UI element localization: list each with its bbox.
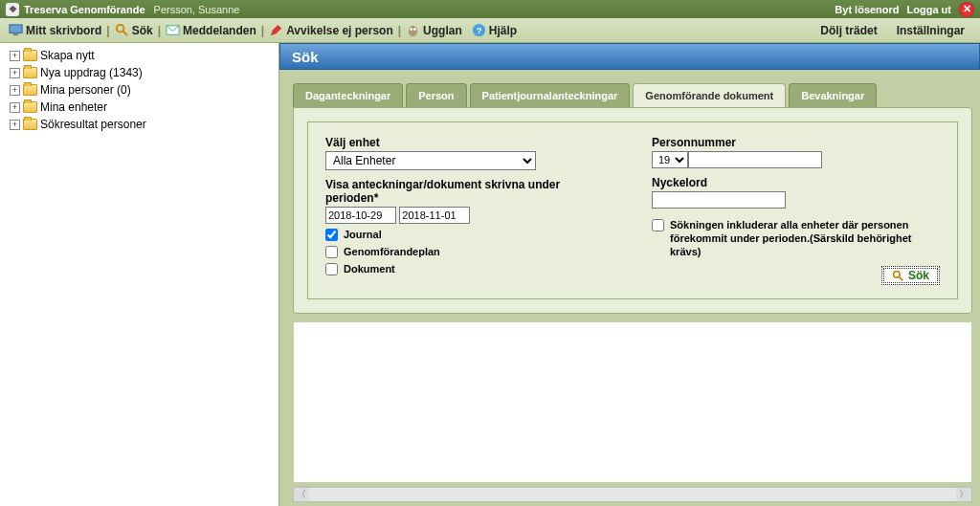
toolbar-search-label: Sök bbox=[132, 24, 153, 37]
toolbar-deviation[interactable]: Avvikelse ej person bbox=[266, 23, 396, 37]
folder-icon bbox=[23, 50, 37, 61]
search-button[interactable]: Sök bbox=[881, 266, 940, 285]
search-icon bbox=[892, 270, 904, 282]
content-area: Sök Daganteckningar Person Patientjourna… bbox=[279, 43, 980, 506]
expand-icon[interactable]: + bbox=[10, 51, 20, 61]
svg-point-5 bbox=[409, 26, 417, 36]
expand-icon[interactable]: + bbox=[10, 68, 20, 78]
tree-item-my-units[interactable]: + Mina enheter bbox=[2, 99, 277, 116]
folder-icon bbox=[23, 67, 37, 78]
expand-icon[interactable]: + bbox=[10, 102, 20, 113]
settings-button[interactable]: Inställningar bbox=[887, 24, 974, 37]
tree-item-create[interactable]: + Skapa nytt bbox=[2, 47, 277, 64]
search-button-label: Sök bbox=[908, 269, 929, 282]
plan-label: Genomförandeplan bbox=[344, 245, 440, 258]
nav-tree: + Skapa nytt + Nya uppdrag (1343) + Mina… bbox=[0, 43, 279, 506]
tree-item-label: Nya uppdrag (1343) bbox=[40, 66, 143, 79]
period-label: Visa anteckningar/dokument skrivna under… bbox=[325, 178, 613, 205]
hide-tree-button[interactable]: Dölj trädet bbox=[811, 24, 886, 37]
close-icon[interactable]: ✕ bbox=[959, 2, 974, 17]
svg-text:?: ? bbox=[476, 26, 481, 35]
tab-bevakningar[interactable]: Bevakningar bbox=[789, 83, 877, 107]
folder-icon bbox=[23, 101, 37, 113]
tree-item-my-persons[interactable]: + Mina personer (0) bbox=[2, 81, 277, 99]
personnummer-input[interactable] bbox=[688, 151, 822, 168]
expand-icon[interactable]: + bbox=[10, 85, 20, 96]
keyword-label: Nyckelord bbox=[652, 176, 940, 189]
svg-line-11 bbox=[899, 276, 902, 280]
tab-genomforande-dokument[interactable]: Genomförande dokument bbox=[633, 83, 786, 107]
personnummer-label: Personnummer bbox=[652, 136, 940, 149]
app-name: Treserva Genomförande bbox=[24, 4, 145, 15]
svg-rect-1 bbox=[13, 33, 19, 35]
search-icon bbox=[115, 23, 129, 37]
svg-point-7 bbox=[413, 28, 416, 31]
plan-checkbox[interactable] bbox=[325, 246, 338, 258]
scroll-right-icon[interactable]: 〉 bbox=[956, 488, 971, 501]
folder-icon bbox=[23, 119, 37, 130]
tab-body: Välj enhet Alla Enheter Visa anteckninga… bbox=[293, 107, 972, 314]
separator: | bbox=[396, 24, 403, 37]
toolbar-desktop[interactable]: Mitt skrivbord bbox=[6, 23, 104, 37]
unit-select[interactable]: Alla Enheter bbox=[325, 151, 536, 170]
toolbar-help[interactable]: ? Hjälp bbox=[469, 23, 520, 37]
unit-label: Välj enhet bbox=[325, 136, 613, 149]
svg-point-2 bbox=[117, 25, 124, 33]
change-password-link[interactable]: Byt lösenord bbox=[835, 4, 899, 15]
scroll-track[interactable] bbox=[309, 488, 956, 501]
toolbar: Mitt skrivbord | Sök | Meddelanden | Avv… bbox=[0, 18, 980, 43]
toolbar-messages-label: Meddelanden bbox=[183, 24, 256, 37]
panel-title: Sök bbox=[279, 43, 980, 70]
svg-point-10 bbox=[894, 271, 901, 277]
mail-icon bbox=[166, 23, 180, 37]
svg-rect-0 bbox=[10, 25, 22, 33]
expand-icon[interactable]: + bbox=[10, 120, 20, 130]
tab-patientjournal[interactable]: Patientjournalanteckningar bbox=[470, 83, 631, 107]
titlebar: ❖ Treserva Genomförande Persson, Susanne… bbox=[0, 0, 980, 18]
tree-item-label: Mina enheter bbox=[40, 100, 107, 114]
separator: | bbox=[104, 24, 111, 37]
toolbar-owl-label: Ugglan bbox=[423, 24, 462, 37]
search-form: Välj enhet Alla Enheter Visa anteckninga… bbox=[307, 121, 958, 299]
app-icon: ❖ bbox=[6, 3, 19, 16]
separator: | bbox=[259, 24, 266, 37]
include-all-units-label: Sökningen inkluderar alla enheter där pe… bbox=[670, 218, 940, 258]
pencil-icon bbox=[269, 23, 283, 37]
help-icon: ? bbox=[472, 23, 486, 37]
logout-link[interactable]: Logga ut bbox=[907, 4, 951, 15]
tree-item-label: Mina personer (0) bbox=[40, 83, 131, 97]
personnummer-prefix-select[interactable]: 19 bbox=[652, 151, 688, 168]
date-from-input[interactable] bbox=[325, 207, 396, 224]
tab-daganteckningar[interactable]: Daganteckningar bbox=[293, 83, 403, 107]
toolbar-help-label: Hjälp bbox=[489, 24, 517, 37]
document-checkbox[interactable] bbox=[325, 263, 338, 275]
journal-label: Journal bbox=[344, 228, 382, 241]
include-all-units-checkbox[interactable] bbox=[652, 219, 664, 231]
document-label: Dokument bbox=[344, 262, 395, 275]
toolbar-deviation-label: Avvikelse ej person bbox=[286, 24, 393, 37]
keyword-input[interactable] bbox=[652, 191, 786, 209]
svg-point-6 bbox=[410, 28, 412, 31]
toolbar-desktop-label: Mitt skrivbord bbox=[26, 24, 101, 37]
tree-item-new-assignments[interactable]: + Nya uppdrag (1343) bbox=[2, 64, 277, 81]
journal-checkbox[interactable] bbox=[325, 229, 338, 241]
folder-icon bbox=[23, 84, 37, 96]
current-user: Persson, Susanne bbox=[154, 4, 240, 15]
toolbar-search[interactable]: Sök bbox=[112, 23, 156, 37]
toolbar-messages[interactable]: Meddelanden bbox=[163, 23, 259, 37]
svg-line-3 bbox=[122, 31, 127, 35]
scroll-left-icon[interactable]: 〈 bbox=[294, 488, 309, 501]
horizontal-scrollbar[interactable]: 〈 〉 bbox=[293, 487, 972, 502]
tabs: Daganteckningar Person Patientjournalant… bbox=[293, 83, 972, 107]
tree-item-label: Sökresultat personer bbox=[40, 118, 146, 131]
tab-person[interactable]: Person bbox=[406, 83, 466, 107]
owl-icon bbox=[406, 23, 420, 37]
date-to-input[interactable] bbox=[399, 207, 470, 224]
tree-item-label: Skapa nytt bbox=[40, 49, 95, 62]
tree-item-search-results[interactable]: + Sökresultat personer bbox=[2, 116, 277, 133]
desktop-icon bbox=[9, 23, 23, 37]
results-area bbox=[293, 321, 972, 483]
toolbar-owl[interactable]: Ugglan bbox=[403, 23, 465, 37]
separator: | bbox=[156, 24, 163, 37]
